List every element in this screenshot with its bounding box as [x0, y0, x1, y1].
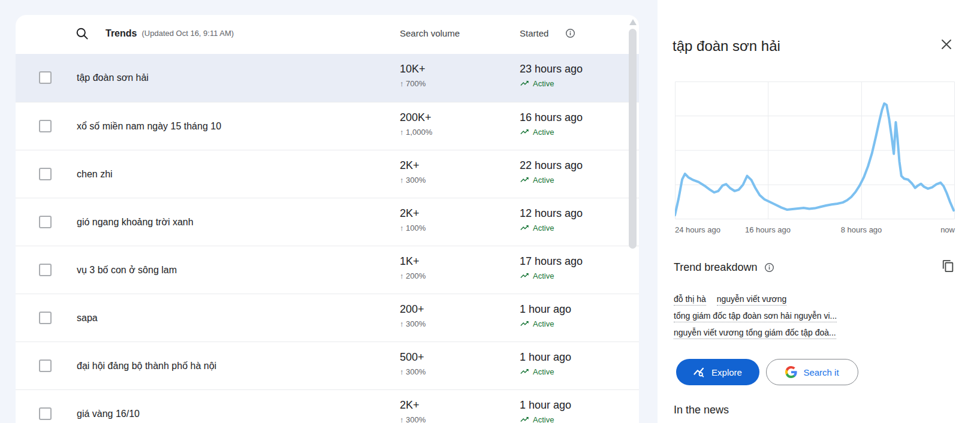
breakdown-link-line: đỗ thị hànguyễn viết vương [674, 294, 961, 306]
search-it-button[interactable]: Search it [766, 359, 858, 385]
trending-up-icon [520, 223, 529, 232]
started-cell: 17 hours agoActive [520, 255, 583, 280]
interest-over-time-chart [675, 81, 955, 219]
copy-icon[interactable] [942, 259, 956, 274]
started-time: 17 hours ago [520, 255, 583, 268]
search-volume-cell: 10K+↑ 700% [400, 62, 426, 89]
search-volume-value: 2K+ [400, 207, 426, 220]
column-header-search-volume[interactable]: Search volume [400, 15, 460, 52]
trend-row[interactable]: gió ngang khoảng trời xanh2K+↑ 100%12 ho… [16, 198, 639, 246]
breakdown-link[interactable]: tổng giám đốc tập đoàn sơn hải nguyễn vi… [674, 311, 837, 322]
search-interest-line [675, 104, 954, 215]
trending-up-icon [520, 415, 529, 423]
trend-term: tập đoàn sơn hải [77, 54, 149, 102]
row-checkbox[interactable] [39, 264, 52, 276]
breakdown-link[interactable]: nguyễn viết vương [717, 294, 787, 306]
search-volume-change: ↑ 100% [400, 223, 426, 233]
search-icon[interactable] [76, 15, 89, 52]
trending-up-icon [520, 175, 529, 185]
row-checkbox[interactable] [39, 359, 52, 372]
trending-up-icon [520, 78, 529, 88]
row-checkbox[interactable] [39, 407, 52, 420]
trend-term: sapa [77, 294, 98, 342]
list-title-wrap: Trends (Updated Oct 16, 9:11 AM) [105, 15, 234, 52]
status-badge: Active [520, 319, 571, 328]
trend-term: xổ số miền nam ngày 15 tháng 10 [77, 102, 221, 150]
in-the-news-title: In the news [674, 404, 729, 416]
search-volume-cell: 200K+↑ 1,000% [400, 111, 432, 137]
started-cell: 1 hour agoActive [520, 303, 571, 328]
started-cell: 1 hour agoActive [520, 351, 571, 376]
search-volume-change: ↑ 300% [400, 176, 426, 185]
status-label: Active [533, 79, 554, 88]
status-badge: Active [520, 78, 583, 88]
status-badge: Active [520, 271, 583, 280]
search-volume-value: 1K+ [400, 255, 426, 268]
row-checkbox[interactable] [39, 312, 52, 324]
row-checkbox[interactable] [39, 168, 52, 180]
started-time: 1 hour ago [520, 303, 571, 316]
trending-up-icon [520, 319, 529, 328]
trend-term: vụ 3 bố con ở sông lam [77, 246, 177, 294]
trend-term: gió ngang khoảng trời xanh [77, 198, 194, 246]
status-label: Active [533, 271, 554, 280]
trend-row[interactable]: tập đoàn sơn hải10K+↑ 700%23 hours agoAc… [16, 54, 639, 102]
trend-row[interactable]: chen zhi2K+↑ 300%22 hours agoActive [16, 150, 639, 198]
info-icon[interactable] [565, 15, 575, 52]
breakdown-link[interactable]: nguyễn viết vương tổng giám đốc tập đoà.… [674, 328, 836, 339]
trend-row[interactable]: giá vàng 16/102K+↑ 300%1 hour agoActive [16, 389, 639, 423]
started-time: 22 hours ago [520, 159, 583, 172]
row-checkbox[interactable] [39, 216, 52, 228]
started-time: 16 hours ago [520, 111, 583, 124]
trend-row[interactable]: sapa200+↑ 300%1 hour agoActive [16, 294, 639, 342]
scrollbar-up-arrow-icon[interactable] [629, 19, 637, 25]
trending-up-icon [520, 271, 529, 280]
breakdown-link[interactable]: đỗ thị hà [674, 294, 706, 306]
started-cell: 23 hours agoActive [520, 62, 583, 88]
column-header-started[interactable]: Started [520, 15, 548, 52]
trend-term: đại hội đảng bộ thành phố hà nội [77, 342, 216, 389]
search-volume-change: ↑ 1,000% [400, 128, 432, 137]
status-badge: Active [520, 415, 571, 423]
trending-up-icon [520, 367, 529, 376]
search-volume-cell: 200+↑ 300% [400, 303, 426, 329]
x-tick-8-hours-ago: 8 hours ago [841, 225, 882, 234]
trend-breakdown-header: Trend breakdown [674, 261, 774, 274]
search-it-button-label: Search it [803, 367, 839, 377]
close-icon[interactable] [939, 37, 954, 52]
trend-row[interactable]: xổ số miền nam ngày 15 tháng 10200K+↑ 1,… [16, 102, 639, 150]
search-volume-value: 200K+ [400, 111, 432, 124]
search-volume-cell: 500+↑ 300% [400, 351, 426, 377]
x-tick-16-hours-ago: 16 hours ago [745, 225, 791, 234]
action-bar: Explore Search it [676, 359, 858, 385]
info-icon[interactable] [764, 262, 774, 273]
explore-button[interactable]: Explore [676, 359, 759, 385]
row-checkbox[interactable] [39, 120, 52, 132]
row-checkbox[interactable] [39, 71, 52, 84]
search-volume-cell: 1K+↑ 200% [400, 255, 426, 281]
trend-term: giá vàng 16/10 [77, 390, 140, 423]
search-volume-change: ↑ 300% [400, 415, 426, 423]
started-cell: 22 hours agoActive [520, 159, 583, 185]
started-cell: 16 hours agoActive [520, 111, 583, 137]
status-label: Active [533, 176, 554, 185]
trends-row-list: tập đoàn sơn hải10K+↑ 700%23 hours agoAc… [16, 54, 639, 423]
search-volume-value: 200+ [400, 303, 426, 316]
breakdown-link-line: nguyễn viết vương tổng giám đốc tập đoà.… [674, 327, 961, 339]
trend-row[interactable]: đại hội đảng bộ thành phố hà nội500+↑ 30… [16, 342, 639, 389]
breakdown-link-line: tổng giám đốc tập đoàn sơn hải nguyễn vi… [674, 310, 961, 322]
search-volume-change: ↑ 300% [400, 319, 426, 329]
search-volume-cell: 2K+↑ 300% [400, 398, 426, 423]
scrollbar-thumb[interactable] [629, 29, 637, 249]
trend-breakdown-title: Trend breakdown [674, 261, 757, 274]
trend-detail-title: tập đoàn sơn hải [673, 36, 780, 56]
trend-row[interactable]: vụ 3 bố con ở sông lam1K+↑ 200%17 hours … [16, 246, 639, 294]
search-volume-change: ↑ 200% [400, 271, 426, 281]
started-cell: 1 hour agoActive [520, 398, 571, 423]
started-time: 1 hour ago [520, 351, 571, 364]
list-updated-timestamp: (Updated Oct 16, 9:11 AM) [141, 29, 234, 38]
trend-term: chen zhi [77, 150, 113, 198]
trend-breakdown-links: đỗ thị hànguyễn viết vươngtổng giám đốc … [674, 294, 961, 344]
search-volume-cell: 2K+↑ 100% [400, 207, 426, 233]
explore-button-label: Explore [711, 367, 742, 377]
